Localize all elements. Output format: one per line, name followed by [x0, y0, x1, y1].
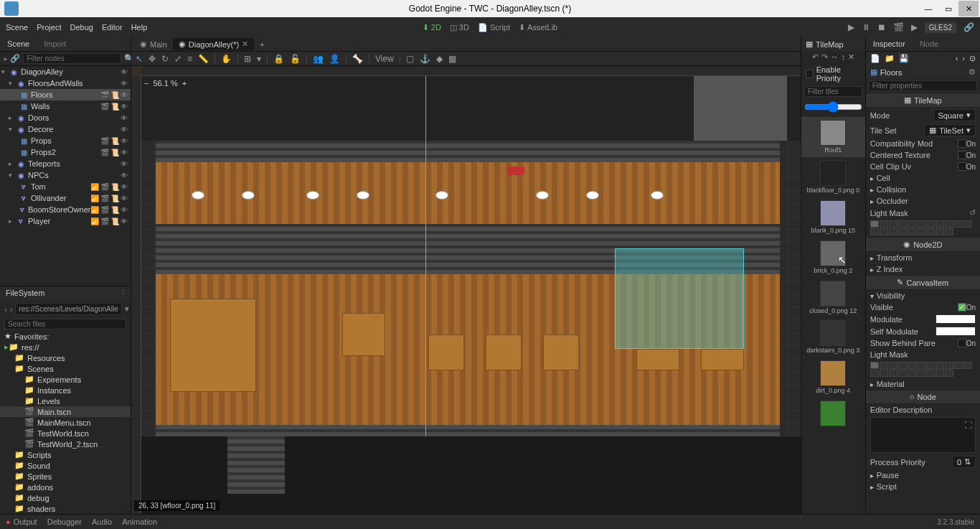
- visibility-icon[interactable]: 👁: [121, 137, 128, 145]
- modulate-color[interactable]: [936, 314, 976, 324]
- rotate-tool-icon[interactable]: ↻: [161, 54, 169, 64]
- add-node-button[interactable]: +: [3, 55, 7, 63]
- visibility-icon[interactable]: 👁: [121, 126, 128, 134]
- fs-folder[interactable]: 📁addons: [0, 482, 131, 492]
- light-bit[interactable]: [898, 220, 907, 228]
- fs-folder[interactable]: 📁Expirements: [0, 374, 131, 385]
- enable-priority-checkbox[interactable]: [806, 70, 814, 78]
- light-bit[interactable]: [945, 228, 953, 235]
- mode-dropdown[interactable]: Square▾: [933, 109, 976, 121]
- unlock-icon[interactable]: 🔓: [290, 54, 301, 64]
- fs-folder[interactable]: 📁Sound: [0, 460, 131, 471]
- pause-button[interactable]: ⏸: [862, 22, 870, 32]
- minimize-button[interactable]: —: [918, 1, 938, 17]
- tile-rotate-right-icon[interactable]: ↷: [821, 52, 828, 62]
- snap-options-icon[interactable]: ▾: [257, 54, 261, 64]
- fs-folder[interactable]: 📁Instances: [0, 385, 131, 395]
- fs-root[interactable]: ▸📁res://: [0, 342, 131, 352]
- light-bit[interactable]: [880, 228, 888, 235]
- tile-zoom-slider[interactable]: [804, 101, 862, 113]
- fs-file[interactable]: 🎬Main.tscn: [0, 406, 131, 417]
- self-modulate-color[interactable]: [936, 327, 976, 336]
- light-bit[interactable]: [954, 362, 963, 369]
- light-bit[interactable]: [898, 370, 907, 377]
- expand-transform[interactable]: ▸ Transform: [866, 252, 980, 263]
- editor-desc-textarea[interactable]: ⛶: [870, 417, 976, 453]
- visible-checkbox[interactable]: [958, 303, 966, 312]
- expand-occluder[interactable]: ▸ Occluder: [866, 195, 980, 207]
- tile-rotate-left-icon[interactable]: ↶: [812, 52, 819, 62]
- light-bit[interactable]: [880, 220, 888, 228]
- visibility-icon[interactable]: 👁: [121, 183, 128, 191]
- tile-item[interactable]: dirt_0.png 4: [801, 357, 865, 398]
- import-tab[interactable]: Import: [37, 37, 73, 51]
- light-bit[interactable]: [936, 220, 944, 228]
- tree-item[interactable]: ▸◉Teleports 👁: [0, 158, 131, 169]
- fs-folder[interactable]: 📁debug: [0, 492, 131, 503]
- light-bit[interactable]: [870, 362, 879, 369]
- menu-project[interactable]: Project: [37, 23, 61, 32]
- path-field[interactable]: res://Scenes/Levels/DiagonAlle: [15, 303, 121, 315]
- menu-help[interactable]: Help: [131, 23, 148, 32]
- tileset-dropdown[interactable]: ▦TileSet▾: [924, 124, 976, 136]
- light-bit[interactable]: [917, 362, 925, 369]
- visibility-icon[interactable]: 👁: [121, 103, 128, 111]
- new-resource-icon[interactable]: 📄: [870, 54, 880, 63]
- ungroup-icon[interactable]: 👤: [329, 54, 340, 64]
- expand-collision[interactable]: ▸ Collision: [866, 184, 980, 195]
- fs-folder[interactable]: 📁Levels: [0, 395, 131, 406]
- tree-item[interactable]: ▦Walls 🎬📜👁: [0, 100, 131, 112]
- group-icon[interactable]: 👥: [313, 54, 324, 64]
- light-bit[interactable]: [963, 362, 972, 369]
- light-bit[interactable]: [889, 228, 897, 235]
- dock-options-icon[interactable]: ⋮: [120, 289, 126, 296]
- cellclip-checkbox[interactable]: [958, 162, 966, 171]
- light-bit[interactable]: [917, 370, 925, 377]
- key-icon[interactable]: ◆: [436, 54, 443, 64]
- tree-item[interactable]: ▦Props2 🎬📜👁: [0, 146, 131, 158]
- light-bit[interactable]: [908, 228, 916, 235]
- light-bit[interactable]: [917, 228, 925, 235]
- light-bit[interactable]: [880, 362, 888, 369]
- tree-item[interactable]: ⛛Tom 📶🎬📜👁: [0, 181, 131, 192]
- visibility-icon[interactable]: 👁: [121, 80, 128, 88]
- select-tool-icon[interactable]: ↖: [136, 54, 143, 64]
- animation-tab[interactable]: Animation: [122, 518, 157, 526]
- fs-file[interactable]: 🎬TestWorld_2.tscn: [0, 439, 131, 449]
- compat-checkbox[interactable]: [958, 139, 966, 148]
- maximize-button[interactable]: ▭: [938, 1, 958, 17]
- list-tool-icon[interactable]: ≡: [187, 54, 192, 64]
- node-tab[interactable]: Node: [913, 37, 946, 51]
- view-menu[interactable]: View: [375, 54, 394, 64]
- tree-item[interactable]: ▦Props 🎬📜👁: [0, 135, 131, 146]
- expand-material[interactable]: ▸ Material: [866, 378, 980, 390]
- new-tab-button[interactable]: +: [254, 39, 270, 50]
- expand-cell[interactable]: ▸ Cell: [866, 172, 980, 184]
- process-priority-input[interactable]: 0⇅: [952, 456, 976, 468]
- centered-checkbox[interactable]: [958, 151, 966, 159]
- light-bit[interactable]: [870, 370, 879, 377]
- menu-editor[interactable]: Editor: [102, 23, 123, 32]
- fs-folder[interactable]: 📁Sprites: [0, 471, 131, 482]
- visibility-icon[interactable]: 👁: [121, 160, 128, 168]
- light-bit[interactable]: [936, 228, 944, 235]
- menu-debug[interactable]: Debug: [70, 23, 93, 32]
- light-bit[interactable]: [908, 370, 916, 377]
- tree-item-root[interactable]: ▾◉DiagonAlley 👁: [0, 66, 131, 78]
- tile-item[interactable]: closed_0.png 12: [801, 278, 865, 318]
- link-node-button[interactable]: 🔗: [10, 54, 20, 63]
- zoom-out-button[interactable]: −: [144, 79, 149, 88]
- fs-folder[interactable]: 📁Scripts: [0, 449, 131, 460]
- light-bit[interactable]: [889, 220, 897, 228]
- output-tab[interactable]: Output: [6, 518, 37, 526]
- editor-tab-diagonalley[interactable]: ◉DiagonAlley(*)✕: [173, 38, 254, 50]
- light-bit[interactable]: [963, 220, 972, 228]
- section-tilemap[interactable]: ▦TileMap: [866, 93, 980, 108]
- tile-item[interactable]: darkstairs_0.png 3: [801, 317, 865, 357]
- move-tool-icon[interactable]: ✥: [149, 54, 156, 64]
- light-bit[interactable]: [926, 362, 935, 369]
- canvas[interactable]: [141, 76, 801, 514]
- zoom-level[interactable]: 56.1 %: [153, 79, 177, 88]
- path-dropdown-icon[interactable]: ▾: [125, 304, 129, 314]
- expand-pause[interactable]: ▸ Pause: [866, 469, 980, 481]
